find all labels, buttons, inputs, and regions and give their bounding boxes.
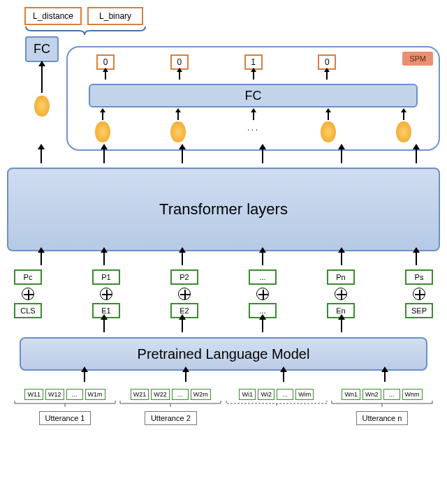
arrow-fc-up — [41, 65, 43, 93]
uttn-bracket — [330, 400, 434, 407]
tok-wndots: ... — [383, 389, 400, 400]
arrows-transformer-out — [7, 148, 440, 166]
tok-wn1: Wn1 — [342, 389, 360, 400]
arrow-blob-0 — [102, 112, 103, 120]
plus-icon — [335, 288, 347, 300]
plus-icon — [22, 288, 34, 300]
arrow-blob-3 — [328, 112, 329, 120]
blob-dots: ... — [247, 121, 260, 133]
pos-ps: Ps — [405, 269, 433, 285]
spm-blob-row: ... — [68, 110, 439, 142]
arrow-spm-2 — [253, 71, 254, 80]
arrows-into-transformer — [7, 251, 440, 268]
token-output-n — [321, 121, 336, 142]
pos-p1: P1 — [92, 269, 120, 285]
tok-w11: W11 — [24, 389, 43, 400]
emb-sep: SEP — [405, 303, 433, 318]
transformer-layers-block: Transformer layers — [7, 168, 440, 251]
arrows-into-plm — [7, 371, 440, 385]
utterance-row: W11 W12 ... W1m Utterance 1 W21 W22 ... … — [13, 389, 434, 425]
emb-cls: CLS — [14, 303, 42, 318]
cls-output-vector — [34, 96, 50, 117]
arrow-blob-4 — [403, 112, 404, 120]
tok-w21: W21 — [131, 389, 149, 400]
arrow-blob-1 — [177, 112, 179, 120]
tok-wn2: Wn2 — [362, 389, 381, 400]
tok-wnm: Wnm — [402, 389, 423, 400]
pretrained-lm-block: Pretrained Language Model — [20, 337, 427, 371]
spm-tag: SPM — [402, 52, 433, 66]
pos-p2: P2 — [170, 269, 198, 285]
loss-brace — [24, 25, 147, 36]
tok-widots: ... — [277, 389, 293, 400]
pos-pc: Pc — [14, 269, 42, 285]
tok-w1dots: ... — [66, 389, 83, 400]
input-columns: Pc CLS P1 E1 P2 E2 ... ... Pn En Ps SEP — [7, 269, 440, 318]
token-output-1 — [170, 121, 186, 142]
utt1-label: Utterance 1 — [39, 411, 91, 425]
tok-wim: Wim — [295, 389, 314, 400]
token-output-sep — [396, 121, 411, 142]
pos-dots: ... — [249, 269, 277, 285]
plus-icon — [413, 288, 425, 300]
arrow-spm-1 — [179, 71, 180, 80]
utt2-label: Utterance 2 — [145, 411, 197, 425]
tok-wi1: Wi1 — [239, 389, 256, 400]
utt2-bracket — [118, 400, 223, 407]
spm-region: SPM 0 0 1 0 — [66, 46, 440, 151]
plus-icon — [256, 288, 269, 300]
plus-icon — [178, 288, 191, 300]
tok-w2dots: ... — [172, 389, 189, 400]
arrow-spm-0 — [105, 71, 106, 80]
loss-distance-box: L_distance — [24, 7, 82, 25]
fc-left-box: FC — [25, 36, 59, 62]
pos-pn: Pn — [327, 269, 355, 285]
tok-w1m: W1m — [85, 389, 105, 400]
token-output-0 — [95, 121, 110, 142]
plus-icon — [100, 288, 112, 300]
utti-bracket — [224, 400, 329, 407]
arrow-blob-2 — [253, 112, 254, 120]
loss-binary-box: L_binary — [87, 7, 143, 25]
spm-outputs-row: 0 0 1 0 — [68, 47, 439, 81]
arrows-into-emb — [7, 318, 440, 335]
tok-w22: W22 — [151, 389, 170, 400]
tok-w12: W12 — [45, 389, 64, 400]
uttn-label: Utterance n — [356, 411, 409, 425]
utt1-bracket — [13, 400, 117, 407]
fc-wide-box: FC — [89, 84, 418, 108]
arrow-spm-3 — [326, 71, 328, 80]
tok-w2m: W2m — [191, 389, 211, 400]
tok-wi2: Wi2 — [258, 389, 274, 400]
